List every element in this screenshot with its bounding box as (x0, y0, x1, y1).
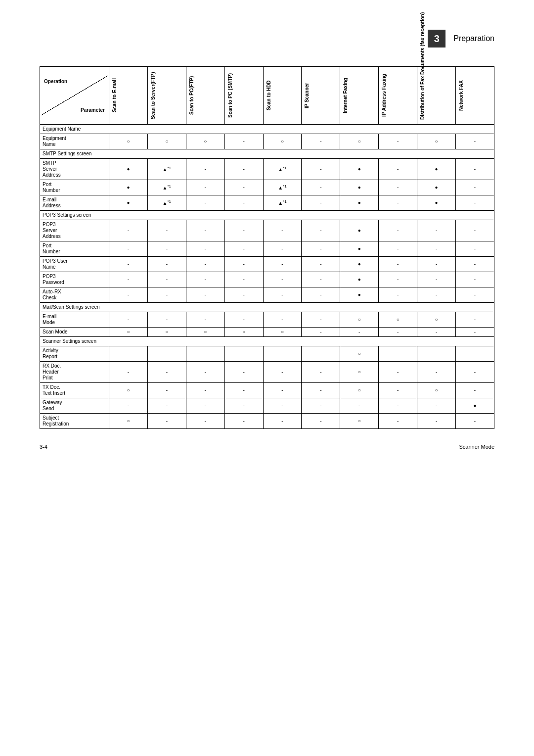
cell: - (224, 159, 263, 180)
corner-parameter-label: Parameter (81, 107, 105, 113)
cell: - (109, 241, 148, 257)
cell: - (417, 346, 456, 362)
cell: ● (417, 159, 456, 180)
cell: - (263, 272, 302, 287)
row-label: E-mailMode (40, 312, 109, 328)
cell: - (224, 398, 263, 414)
cell: - (224, 272, 263, 287)
cell: - (379, 159, 417, 180)
cell: - (186, 241, 224, 257)
cell: - (417, 362, 456, 383)
cell: - (109, 220, 148, 241)
cell: - (417, 328, 456, 337)
cell: - (417, 257, 456, 272)
cell: - (302, 414, 340, 429)
cell: - (224, 346, 263, 362)
cell: - (456, 159, 494, 180)
row-label: EquipmentName (40, 134, 109, 149)
cell: ○ (340, 346, 379, 362)
cell: - (263, 287, 302, 303)
cell: - (147, 272, 186, 287)
cell: - (456, 272, 494, 287)
row-label: SMTPServerAddress (40, 159, 109, 180)
cell: ▲*1 (147, 159, 186, 180)
row-label: POP3ServerAddress (40, 220, 109, 241)
cell: - (224, 362, 263, 383)
cell: - (147, 383, 186, 398)
cell: - (109, 398, 148, 414)
cell: - (186, 257, 224, 272)
cell: - (186, 362, 224, 383)
chapter-number: 3 (428, 30, 445, 47)
section-label: Equipment Name (40, 125, 494, 134)
table-row: E-mailAddress ● ▲*1 - - ▲*1 - ● - ● - (40, 195, 494, 211)
cell: ○ (147, 328, 186, 337)
cell: ▲*1 (263, 180, 302, 195)
row-label: GatewaySend (40, 398, 109, 414)
cell: ● (340, 257, 379, 272)
cell: - (379, 272, 417, 287)
cell: - (109, 272, 148, 287)
cell: - (263, 383, 302, 398)
cell: ● (340, 241, 379, 257)
cell: ○ (186, 328, 224, 337)
row-label: POP3 UserName (40, 257, 109, 272)
row-label: Scan Mode (40, 328, 109, 337)
table-row: TX Doc.Text Insert ○ - - - - - ○ - ○ - (40, 383, 494, 398)
cell: - (147, 257, 186, 272)
cell: - (186, 180, 224, 195)
cell: - (379, 220, 417, 241)
table-row: SubjectRegistration ○ - - - - - ○ - - - (40, 414, 494, 429)
page-number: 3-4 (40, 444, 47, 450)
cell: ○ (340, 362, 379, 383)
table-corner-header: Operation Parameter (40, 67, 109, 125)
cell: - (186, 312, 224, 328)
cell: ▲*1 (263, 159, 302, 180)
settings-table: Operation Parameter Scan to E-mail Scan … (40, 66, 494, 429)
table-row: POP3Password - - - - - - ● - - - (40, 272, 494, 287)
row-label: ActivityReport (40, 346, 109, 362)
cell: ▲*1 (263, 195, 302, 211)
cell: - (417, 241, 456, 257)
cell: - (302, 134, 340, 149)
section-label: SMTP Settings screen (40, 149, 494, 159)
section-scanner: Scanner Settings screen (40, 337, 494, 346)
table-row: Auto-RXCheck - - - - - - ● - - - (40, 287, 494, 303)
cell: - (224, 134, 263, 149)
cell: ● (340, 287, 379, 303)
table-row: RX Doc.HeaderPrint - - - - - - ○ - - - (40, 362, 494, 383)
col-header-1: Scan to Server(FTP) (147, 67, 186, 125)
table-row: POP3ServerAddress - - - - - - ● - - - (40, 220, 494, 241)
cell: ○ (109, 383, 148, 398)
cell: - (456, 195, 494, 211)
cell: - (417, 220, 456, 241)
cell: - (302, 328, 340, 337)
cell: - (340, 398, 379, 414)
cell: - (417, 398, 456, 414)
table-row: ActivityReport - - - - - - ○ - - - (40, 346, 494, 362)
cell: ○ (224, 328, 263, 337)
row-label: POP3Password (40, 272, 109, 287)
cell: ○ (109, 414, 148, 429)
section-name: Scanner Mode (459, 444, 494, 450)
col-header-9: Network FAX (456, 67, 494, 125)
cell: - (456, 180, 494, 195)
cell: - (263, 414, 302, 429)
table-row: PortNumber ● ▲*1 - - ▲*1 - ● - ● - (40, 180, 494, 195)
col-header-2: Scan to PC(FTP) (186, 67, 224, 125)
cell: - (186, 272, 224, 287)
cell: - (147, 346, 186, 362)
cell: - (456, 287, 494, 303)
cell: - (147, 220, 186, 241)
cell: - (379, 383, 417, 398)
cell: - (302, 195, 340, 211)
col-header-7: IP Address Faxing (379, 67, 417, 125)
cell: - (147, 287, 186, 303)
cell: ○ (340, 134, 379, 149)
cell: - (302, 312, 340, 328)
col-header-8: Distribution of Fax Documents (fax recep… (417, 67, 456, 125)
col-header-5: IP Scanner (302, 67, 340, 125)
cell: - (302, 383, 340, 398)
cell: - (263, 257, 302, 272)
cell: - (224, 257, 263, 272)
